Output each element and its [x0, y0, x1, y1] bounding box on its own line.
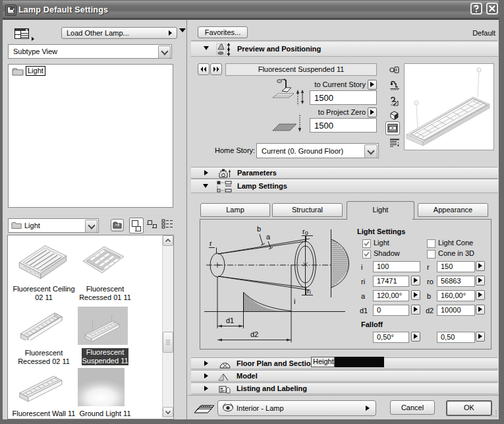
svg-text:d1: d1	[226, 317, 234, 324]
svg-text:r: r	[210, 239, 212, 247]
svg-text:ro: ro	[302, 227, 308, 236]
svg-text:ri: ri	[307, 287, 311, 295]
svg-text:d2: d2	[250, 330, 258, 338]
svg-text:i: i	[294, 297, 295, 305]
svg-text:a: a	[266, 233, 271, 241]
svg-text:b: b	[257, 225, 261, 233]
